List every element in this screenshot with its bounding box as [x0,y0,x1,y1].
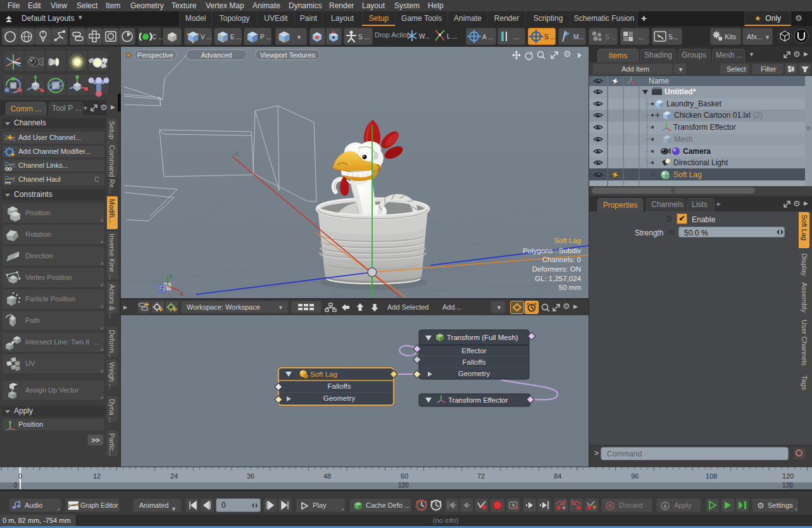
svg-text:96: 96 [631,472,639,480]
svg-text:Directional Light: Directional Light [673,158,728,167]
svg-text:Laundry_Basket: Laundry_Basket [666,99,721,108]
svg-text:Effector: Effector [461,347,487,355]
svg-text:(2): (2) [753,111,763,120]
svg-text:Soft Lag: Soft Lag [554,237,581,244]
svg-text:108: 108 [706,472,717,480]
svg-text:Soft Lag: Soft Lag [673,170,702,179]
svg-text:60: 60 [401,472,408,480]
svg-text:Y: Y [169,273,173,280]
svg-text:Soft Lag: Soft Lag [310,370,337,378]
svg-text:Falloffs: Falloffs [328,382,351,390]
svg-text:Transform (Full Mesh): Transform (Full Mesh) [447,334,518,341]
svg-text:Transform Effector: Transform Effector [673,123,736,132]
svg-text:Chicken Cartoon 01.lxl: Chicken Cartoon 01.lxl [674,111,751,120]
svg-text:Falloffs: Falloffs [463,358,486,366]
svg-text:Deformers: ON: Deformers: ON [532,265,581,273]
svg-text:72: 72 [477,472,485,480]
svg-text:Z: Z [160,286,164,292]
svg-text:Transform Effector: Transform Effector [448,396,508,404]
svg-text:Untitled*: Untitled* [665,87,696,96]
svg-text:Camera: Camera [683,147,711,156]
svg-text:Name: Name [649,77,669,85]
svg-text:50 mm: 50 mm [559,284,581,291]
svg-text:Geometry: Geometry [323,394,356,402]
svg-text:24: 24 [170,472,178,480]
svg-text:X: X [180,291,184,297]
svg-text:0: 0 [18,472,22,480]
svg-text:GL: 1,257,024: GL: 1,257,024 [535,275,581,282]
svg-text:-X: -X [232,150,240,158]
svg-text:Polygons : Subdiv: Polygons : Subdiv [523,247,581,255]
svg-text:Channels: 0: Channels: 0 [542,256,581,263]
svg-text:84: 84 [554,472,561,480]
svg-text:48: 48 [323,472,331,480]
svg-text:120: 120 [782,472,794,480]
svg-text:Geometry: Geometry [458,370,490,377]
svg-text:12: 12 [93,472,101,480]
svg-text:36: 36 [247,472,254,480]
svg-text:Mesh: Mesh [674,135,692,144]
